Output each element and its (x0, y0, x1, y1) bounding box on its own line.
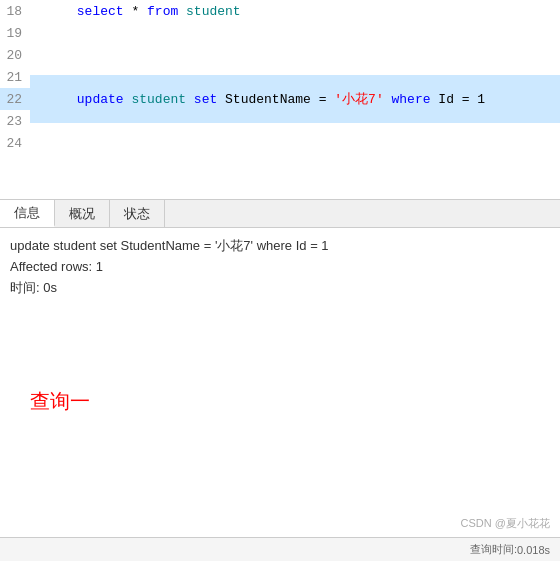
output-line-1: update student set StudentName = '小花7' w… (10, 236, 550, 257)
editor-line-20: 20 (0, 44, 560, 66)
line-content-18: select * from student (30, 0, 560, 34)
line-content-22: update student set StudentName = '小花7' w… (30, 75, 560, 123)
tab-overview-label: 概况 (69, 205, 95, 223)
line-number-21: 21 (0, 70, 30, 85)
output-time-value: 0s (40, 280, 57, 295)
output-time-label: 时间: (10, 280, 40, 295)
tab-info[interactable]: 信息 (0, 200, 55, 227)
editor-area: 18 select * from student 19 20 21 22 upd… (0, 0, 560, 200)
tab-status-label: 状态 (124, 205, 150, 223)
output-affected-label: Affected rows: (10, 259, 92, 274)
tab-status[interactable]: 状态 (110, 200, 165, 227)
line-number-20: 20 (0, 48, 30, 63)
tabs-bar: 信息 概况 状态 (0, 200, 560, 228)
output-line-2: Affected rows: 1 (10, 257, 550, 278)
footer-bar: 查询时间: 0.018s (0, 537, 560, 561)
output-area: update student set StudentName = '小花7' w… (0, 228, 560, 368)
line-number-23: 23 (0, 114, 30, 129)
editor-line-18: 18 select * from student (0, 0, 560, 22)
editor-line-24: 24 (0, 132, 560, 154)
output-line-3: 时间: 0s (10, 278, 550, 299)
line-number-18: 18 (0, 4, 30, 19)
line-number-22: 22 (0, 92, 30, 107)
tab-info-label: 信息 (14, 204, 40, 222)
line-number-24: 24 (0, 136, 30, 151)
footer-query-time-label: 查询时间: (470, 542, 517, 557)
query-section: 查询一 (0, 368, 560, 435)
output-sql: update student set StudentName = '小花7' w… (10, 238, 329, 253)
query-title: 查询一 (30, 388, 530, 415)
line-number-19: 19 (0, 26, 30, 41)
footer-query-time-value: 0.018s (517, 544, 550, 556)
output-affected-value: 1 (92, 259, 103, 274)
watermark: CSDN @夏小花花 (461, 516, 550, 531)
editor-line-22: 22 update student set StudentName = '小花7… (0, 88, 560, 110)
tab-overview[interactable]: 概况 (55, 200, 110, 227)
